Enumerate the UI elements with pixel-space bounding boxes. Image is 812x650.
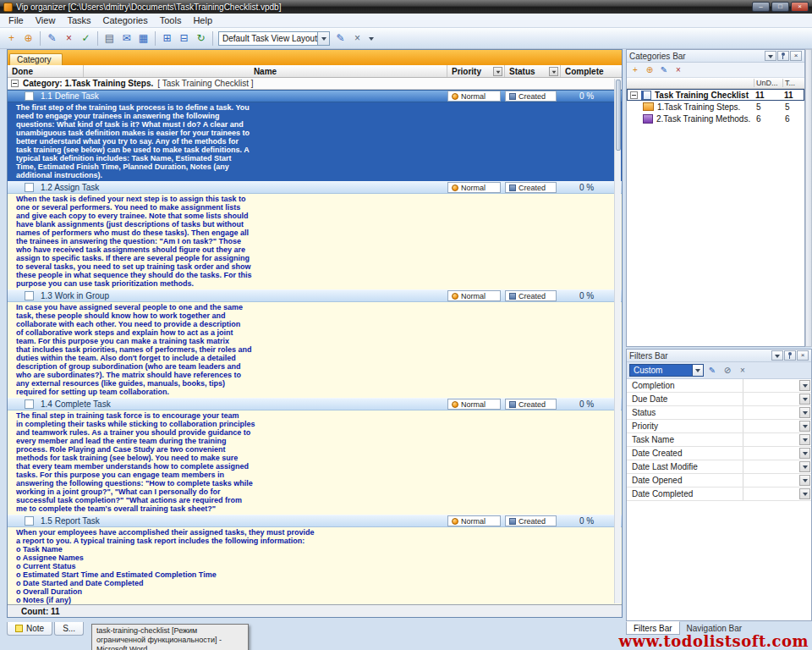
column-total[interactable]: T...	[782, 79, 804, 87]
filters-bar-header[interactable]: Filters Bar ×	[627, 350, 811, 362]
tree-item-task-training-checklist[interactable]: Task Training Checklist 11 11	[627, 89, 804, 101]
new-task-icon[interactable]: +	[3, 30, 19, 47]
delete-category-icon[interactable]: ×	[672, 63, 685, 76]
edit-task-icon[interactable]: ✎	[44, 30, 60, 47]
mail-icon[interactable]: ✉	[118, 30, 134, 47]
layout-menu-arrow-icon[interactable]	[366, 30, 376, 47]
filter-value-combo[interactable]	[743, 447, 811, 460]
priority-filter-button[interactable]	[493, 67, 502, 76]
collapse-icon[interactable]	[630, 91, 638, 99]
pin-icon[interactable]	[777, 51, 789, 61]
column-status[interactable]: Status	[505, 65, 561, 77]
edit-filter-icon[interactable]: ✎	[705, 364, 719, 377]
dropdown-arrow-icon[interactable]	[799, 475, 810, 486]
dropdown-arrow-icon[interactable]	[799, 407, 810, 418]
complete-cell[interactable]: 0 %	[561, 183, 622, 192]
maximize-button[interactable]: □	[771, 2, 789, 12]
status-cell[interactable]: Created	[505, 515, 561, 526]
preset-dropdown-arrow-icon[interactable]	[692, 365, 703, 376]
priority-cell[interactable]: Normal	[447, 399, 505, 410]
close-button[interactable]: ×	[791, 2, 809, 12]
menu-tasks[interactable]: Tasks	[61, 14, 96, 26]
panel-menu-icon[interactable]	[771, 350, 783, 361]
dropdown-arrow-icon[interactable]	[799, 421, 810, 432]
column-undone[interactable]: UnD...	[754, 79, 782, 87]
column-done[interactable]: Done	[8, 65, 84, 77]
collapse-icon[interactable]	[11, 80, 19, 87]
done-checkbox[interactable]	[25, 399, 34, 409]
filter-value-combo[interactable]	[743, 433, 811, 446]
edit-category-icon[interactable]: ✎	[657, 63, 671, 76]
priority-cell[interactable]: Normal	[447, 515, 505, 526]
task-description[interactable]: When the task is defined your next step …	[8, 194, 622, 289]
priority-cell[interactable]: Normal	[447, 91, 505, 102]
notes-icon[interactable]: ▤	[102, 30, 118, 47]
status-cell[interactable]: Created	[505, 399, 561, 410]
titlebar[interactable]: Vip organizer [C:\Users\dmitry\Documents…	[0, 0, 812, 14]
column-complete[interactable]: Complete	[561, 65, 622, 77]
tree-item-task-training-steps[interactable]: 1.Task Training Steps. 5 5	[627, 101, 804, 113]
filter-value-combo[interactable]	[743, 488, 811, 500]
close-filter-icon[interactable]: ×	[736, 364, 749, 377]
new-category-icon[interactable]: +	[628, 63, 642, 76]
dropdown-arrow-icon[interactable]	[799, 434, 810, 445]
close-panel-icon[interactable]: ×	[797, 350, 809, 361]
task-header[interactable]: 1.5 Report Task Normal Created 0 %	[8, 515, 622, 527]
complete-cell[interactable]: 0 %	[561, 399, 622, 409]
column-name[interactable]: Name	[84, 65, 447, 77]
done-checkbox[interactable]	[25, 516, 34, 526]
priority-cell[interactable]: Normal	[447, 290, 505, 301]
menu-tools[interactable]: Tools	[154, 14, 188, 26]
menu-help[interactable]: Help	[187, 14, 218, 26]
dropdown-arrow-icon[interactable]	[799, 394, 810, 405]
task-description[interactable]: The first step of the training task proc…	[8, 102, 622, 181]
filter-value-combo[interactable]	[743, 420, 811, 432]
layout-selector[interactable]: Default Task View Layout	[218, 31, 330, 46]
menu-categories[interactable]: Categories	[97, 14, 154, 26]
category-group-row[interactable]: Category: 1.Task Training Steps. [ Task …	[8, 78, 622, 90]
complete-cell[interactable]: 0 %	[561, 291, 622, 300]
column-priority[interactable]: Priority	[447, 65, 505, 77]
menu-view[interactable]: View	[30, 14, 62, 26]
done-checkbox[interactable]	[25, 183, 34, 192]
new-subcategory-icon[interactable]: ⊕	[643, 63, 656, 76]
task-row[interactable]: 1.5 Report Task Normal Created 0 % When …	[8, 515, 622, 604]
status-filter-button[interactable]	[549, 67, 558, 76]
task-row[interactable]: 1.1 Define Task Normal Created 0 % The f…	[8, 90, 622, 181]
task-header[interactable]: 1.2 Assign Task Normal Created 0 %	[8, 181, 622, 194]
vertical-scrollbar[interactable]	[614, 79, 621, 603]
task-description[interactable]: The final step in training task force is…	[8, 410, 622, 515]
status-cell[interactable]: Created	[505, 182, 561, 193]
edit-layout-icon[interactable]: ✎	[332, 30, 348, 47]
filter-value-combo[interactable]	[743, 379, 811, 392]
close-panel-icon[interactable]: ×	[790, 51, 802, 61]
category-tab[interactable]: Category	[9, 53, 63, 65]
task-header[interactable]: 1.4 Complete Task Normal Created 0 %	[8, 398, 622, 410]
filter-value-combo[interactable]	[743, 393, 811, 405]
done-checkbox[interactable]	[25, 291, 34, 300]
delete-layout-icon[interactable]: ×	[349, 30, 365, 47]
categories-bar-header[interactable]: Categories Bar ×	[627, 50, 804, 63]
complete-cell[interactable]: 0 %	[561, 91, 622, 101]
filter-value-combo[interactable]	[743, 460, 811, 473]
task-view-icon[interactable]: ⊞	[159, 30, 175, 47]
delete-task-icon[interactable]: ×	[61, 30, 77, 47]
task-row[interactable]: 1.2 Assign Task Normal Created 0 % When …	[8, 181, 622, 289]
filter-preset-combo[interactable]: Custom	[629, 364, 704, 377]
task-row[interactable]: 1.3 Work in Group Normal Created 0 % In …	[8, 289, 622, 398]
done-checkbox[interactable]	[25, 91, 34, 101]
tab-note[interactable]: Note	[7, 622, 52, 636]
tree-item-task-training-methods[interactable]: 2.Task Training Methods. 6 6	[627, 113, 804, 124]
pin-icon[interactable]	[784, 350, 796, 361]
task-row[interactable]: 1.4 Complete Task Normal Created 0 % The…	[8, 398, 622, 515]
filter-value-combo[interactable]	[743, 474, 811, 487]
dropdown-arrow-icon[interactable]	[799, 380, 810, 391]
task-header[interactable]: 1.1 Define Task Normal Created 0 %	[8, 90, 622, 102]
complete-task-icon[interactable]: ✓	[78, 30, 94, 47]
panel-menu-icon[interactable]	[765, 51, 776, 61]
task-description[interactable]: When your employees have accomplished th…	[8, 527, 622, 604]
dropdown-arrow-icon[interactable]	[799, 488, 810, 499]
columns-view-icon[interactable]: ⊟	[176, 30, 192, 47]
complete-cell[interactable]: 0 %	[561, 516, 622, 526]
sync-icon[interactable]: ↻	[193, 30, 209, 47]
